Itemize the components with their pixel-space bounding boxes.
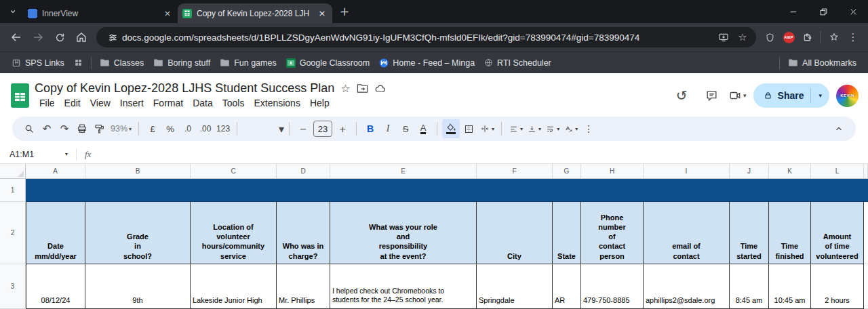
- cell-d3[interactable]: Mr. Phillips: [277, 264, 330, 309]
- tab-spreadsheet[interactable]: Copy of Kevin Lopez-2028 LJH ×: [178, 3, 332, 23]
- print-button[interactable]: [73, 119, 91, 138]
- menu-format[interactable]: Format: [149, 96, 188, 110]
- star-document-icon[interactable]: ☆: [340, 82, 350, 95]
- cell-f2[interactable]: City: [477, 202, 553, 264]
- browser-menu-button[interactable]: ⋮: [844, 28, 863, 47]
- google-sheets-logo[interactable]: [11, 83, 29, 108]
- increase-decimal-button[interactable]: .00: [197, 119, 214, 138]
- refresh-button[interactable]: [50, 27, 70, 47]
- column-header-h[interactable]: H: [581, 164, 644, 179]
- paint-format-button[interactable]: [91, 119, 108, 138]
- font-family-selector[interactable]: ▾: [242, 119, 284, 138]
- increase-font-size-button[interactable]: +: [334, 119, 351, 138]
- horizontal-align-button[interactable]: ▾: [507, 119, 525, 138]
- column-header-f[interactable]: F: [477, 164, 553, 179]
- menu-view[interactable]: View: [85, 96, 115, 110]
- cell-c3[interactable]: Lakeside Junior High: [191, 264, 277, 309]
- tab-close-icon[interactable]: ×: [317, 8, 328, 19]
- column-header-e[interactable]: E: [330, 164, 477, 179]
- cell-b2[interactable]: Grade in school?: [85, 202, 191, 264]
- home-button[interactable]: [71, 27, 92, 47]
- borders-button[interactable]: [460, 119, 477, 138]
- cell-m3[interactable]: [864, 264, 868, 309]
- name-box[interactable]: A1:M1 ▾: [9, 150, 68, 159]
- bookmark-rti-scheduler[interactable]: RTI Scheduler: [479, 56, 556, 70]
- tab-search-button[interactable]: [4, 3, 22, 20]
- cell-l2[interactable]: Amount of time volunteered: [811, 202, 864, 264]
- menu-file[interactable]: File: [35, 96, 60, 110]
- url-text[interactable]: docs.google.com/spreadsheets/d/1BPLLZSDg…: [122, 33, 714, 43]
- version-history-button[interactable]: ↺: [669, 83, 694, 108]
- format-currency-button[interactable]: £: [144, 119, 161, 138]
- font-size-input[interactable]: 23: [313, 121, 332, 137]
- column-header-i[interactable]: I: [644, 164, 730, 179]
- send-to-devices-button[interactable]: [714, 28, 733, 47]
- bold-button[interactable]: B: [367, 123, 374, 134]
- cell-a2[interactable]: Date mm/dd/year: [26, 202, 85, 264]
- column-header-g[interactable]: G: [553, 164, 581, 179]
- strikethrough-button[interactable]: S: [403, 124, 409, 134]
- redo-button[interactable]: ↷: [56, 119, 73, 138]
- menu-help[interactable]: Help: [305, 96, 334, 110]
- shield-extension-button[interactable]: [760, 28, 779, 47]
- cell-j2[interactable]: Time started: [730, 202, 769, 264]
- new-tab-button[interactable]: +: [335, 2, 354, 21]
- column-header-l[interactable]: L: [811, 164, 864, 179]
- bookmark-sps-links[interactable]: SPS Links: [7, 56, 69, 70]
- row-header-3[interactable]: 3: [0, 264, 26, 309]
- cell-h3[interactable]: 479-750-8885: [581, 264, 644, 309]
- formula-input[interactable]: [91, 145, 868, 163]
- cell-k3[interactable]: 10:45 am: [769, 264, 811, 309]
- comments-button[interactable]: [698, 83, 724, 108]
- bookmark-google-classroom[interactable]: Google Classroom: [281, 56, 375, 70]
- column-header-b[interactable]: B: [85, 164, 191, 179]
- cell-d2[interactable]: Who was in charge?: [277, 202, 330, 264]
- decrease-font-size-button[interactable]: −: [294, 119, 312, 138]
- zoom-selector[interactable]: 93% ▾: [108, 119, 134, 138]
- cell-f3[interactable]: Springdale: [477, 264, 553, 309]
- cell-c2[interactable]: Location of volunteer hours/community se…: [191, 202, 277, 264]
- vertical-align-button[interactable]: ▾: [525, 119, 543, 138]
- tab-close-icon[interactable]: ×: [162, 8, 173, 19]
- document-status-cloud-icon[interactable]: [374, 83, 387, 94]
- cell-m2[interactable]: [864, 202, 868, 264]
- cell-a3[interactable]: 08/12/24: [26, 264, 85, 309]
- column-header-a[interactable]: A: [26, 164, 85, 179]
- side-panel-star-button[interactable]: [825, 28, 844, 47]
- share-button[interactable]: Share: [753, 90, 811, 101]
- share-dropdown-button[interactable]: ▾: [811, 92, 829, 99]
- window-minimize-button[interactable]: [778, 0, 808, 23]
- cell-k2[interactable]: Time finished: [769, 202, 811, 264]
- column-header-j[interactable]: J: [730, 164, 769, 179]
- cell-e2[interactable]: What was your role and responsibility at…: [330, 202, 477, 264]
- menu-data[interactable]: Data: [188, 96, 218, 110]
- bookmark-apps-grid-button[interactable]: [69, 56, 87, 70]
- decrease-decimal-button[interactable]: .0: [179, 119, 197, 138]
- forward-button[interactable]: [28, 27, 48, 47]
- present-to-meeting-button[interactable]: ▾: [728, 89, 747, 102]
- fill-color-button[interactable]: [442, 119, 460, 138]
- column-header-k[interactable]: K: [769, 164, 811, 179]
- text-color-button[interactable]: A: [420, 123, 427, 135]
- cell-i2[interactable]: email of contact: [644, 202, 730, 264]
- adblock-extension-button[interactable]: ABP: [779, 28, 798, 47]
- menu-insert[interactable]: Insert: [115, 96, 149, 110]
- cell-h2[interactable]: Phone number of contact person: [581, 202, 644, 264]
- row-header-1[interactable]: 1: [0, 179, 26, 202]
- bookmark-minga[interactable]: Home - Feed – Minga: [374, 56, 479, 70]
- bookmark-star-button[interactable]: ☆: [733, 28, 752, 47]
- column-header-d[interactable]: D: [277, 164, 330, 179]
- menu-edit[interactable]: Edit: [60, 96, 85, 110]
- more-formats-button[interactable]: 123: [214, 119, 232, 138]
- cell-a1-m1-merged[interactable]: [26, 179, 868, 202]
- window-restore-button[interactable]: [808, 0, 838, 23]
- window-close-button[interactable]: [838, 0, 868, 23]
- undo-button[interactable]: ↶: [38, 119, 56, 138]
- text-rotation-button[interactable]: ▾: [561, 119, 580, 138]
- search-menus-button[interactable]: [20, 119, 38, 138]
- column-header-c[interactable]: C: [191, 164, 277, 179]
- url-bar[interactable]: docs.google.com/spreadsheets/d/1BPLLZSDg…: [96, 27, 756, 47]
- format-percent-button[interactable]: %: [161, 119, 179, 138]
- move-to-folder-icon[interactable]: [357, 83, 368, 94]
- bookmark-folder-boring-stuff[interactable]: Boring stuff: [149, 56, 215, 70]
